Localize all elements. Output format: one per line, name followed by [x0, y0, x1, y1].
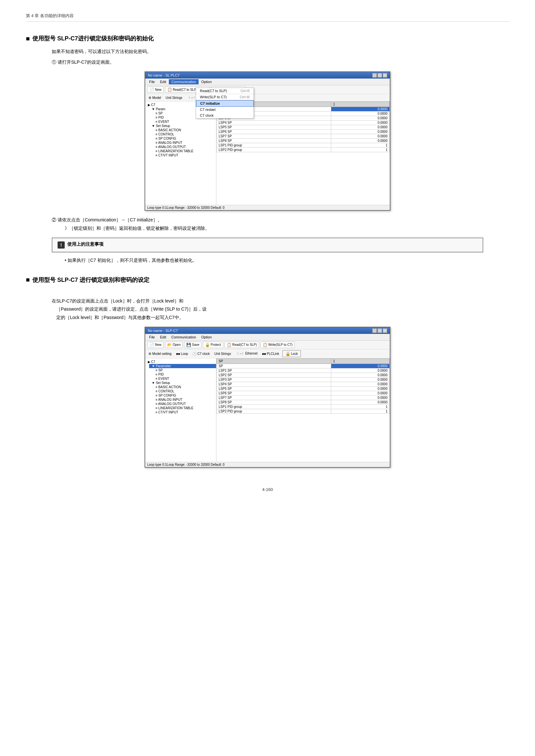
row-value: 0.0000	[331, 400, 390, 404]
dropdown-item-c7restart[interactable]: C7 restart	[196, 107, 254, 113]
row-value: 0.0000	[331, 377, 390, 382]
row-label: LSP2 PID group	[217, 148, 331, 152]
menu-communication-2[interactable]: Communication	[169, 335, 199, 340]
table-row: LSP5 SP 0.0000	[217, 125, 390, 130]
dropdown-item-c7init[interactable]: C7 initialize	[196, 100, 254, 107]
toolbar-read-2[interactable]: 📋 Read(C7 to SLP)	[224, 342, 259, 348]
protect-icon: 🔒	[205, 343, 210, 347]
row-value: 1	[331, 404, 390, 409]
toolbar2-modelsetting[interactable]: ⚙ Model setting	[147, 352, 173, 356]
menu-edit-2[interactable]: Edit	[157, 335, 169, 340]
sw-screenshot-2: No name - SLP-C7 _ □ ✕ File Edit Communi…	[145, 327, 390, 468]
tree-set-setup1[interactable]: ▼ Set Setup	[149, 124, 216, 128]
dropdown-item-read[interactable]: Read(C7 to SLP) Ctrl+R	[196, 88, 254, 94]
tree-parameter[interactable]: ▼ Parameter	[149, 364, 216, 368]
tree-analog-input2[interactable]: ≡ ANALOG INPUT	[153, 397, 216, 402]
toolbar2-unitstrings[interactable]: Unit Strings	[164, 96, 184, 100]
row-value: 0.0000	[331, 125, 390, 130]
sw-titlebar-2: No name - SLP-C7 _ □ ✕	[145, 327, 390, 334]
sw-maximize-btn[interactable]: □	[378, 73, 382, 78]
sw-minimize-btn[interactable]: _	[372, 73, 377, 78]
menu-file-2[interactable]: File	[147, 335, 157, 340]
toolbar-write-2[interactable]: 📋 Write(SLP to C7)	[260, 342, 295, 348]
sw-close-btn[interactable]: ✕	[383, 73, 387, 78]
tree-pid2[interactable]: ≡ PID	[153, 372, 216, 377]
sw-content-2: SP 1 SP 0.0000 LSP1 SP 0.0000 LSP2 SP	[216, 359, 390, 462]
tree-basic-action2[interactable]: ≡ BASIC ACTION	[153, 385, 216, 389]
caution-box: ! 使用上的注意事项	[52, 237, 483, 253]
sw-main-1: ▶ C7 ▼ Param ≡ SP ≡ PID ≡ EVENT ▼ Set Se…	[145, 101, 390, 205]
table-row: LSP2 PID group 1	[217, 148, 390, 152]
tree-sp-config1[interactable]: ≡ SP CONFIG	[153, 136, 216, 141]
row-label: LSP1 PID group	[217, 404, 331, 409]
menu-file-1[interactable]: File	[147, 79, 157, 84]
tree-sp2[interactable]: ≡ SP	[153, 368, 216, 372]
table-row: LSP8 SP 0.0000	[217, 139, 390, 143]
row-label: LSP8 SP	[217, 400, 331, 404]
sw-title-2: No name - SLP-C7	[148, 329, 178, 333]
sw-minimize-btn-2[interactable]: _	[372, 328, 377, 333]
row-label: LSP2 PID group	[217, 409, 331, 413]
tree-basic-action1[interactable]: ≡ BASIC ACTION	[153, 128, 216, 132]
section1-step2: ② 请依次点击［Communication］→［C7 initialize］。	[52, 216, 509, 224]
menu-communication-1[interactable]: Communication	[169, 79, 199, 84]
menu-option-1[interactable]: Option	[199, 79, 214, 84]
sw-statusbar-1: Loop type 0:1Loop Range: -32000 to 32000…	[145, 205, 390, 210]
read-icon: 📋	[167, 87, 172, 92]
toolbar2-c7clock[interactable]: 🕐 C7 clock	[191, 352, 211, 356]
dropdown-item-write[interactable]: Write(SLP to C7) Ctrl+W	[196, 94, 254, 100]
tree-analog-output2[interactable]: ≡ ANALOG OUTPUT	[153, 402, 216, 406]
tree-lin-table1[interactable]: ≡ LINEARIZATION TABLE	[153, 149, 216, 153]
tree-sp-config2[interactable]: ≡ SP CONFIG	[153, 393, 216, 397]
table-row: LSP2 PID group 1	[217, 409, 390, 413]
toolbar-protect-2[interactable]: 🔒 Protect	[203, 342, 223, 348]
toolbar-save-2[interactable]: 💾 Save	[184, 342, 202, 348]
sw-data-table-2: SP 1 SP 0.0000 LSP1 SP 0.0000 LSP2 SP	[216, 359, 390, 414]
tree-set-setup2[interactable]: ▼ Set Setup	[149, 381, 216, 385]
sw-main-2: ▶ C7 ▼ Parameter ≡ SP ≡ PID ≡ EVENT ▼ Se…	[145, 359, 390, 462]
sw-titlebar-buttons-2: _ □ ✕	[372, 328, 387, 333]
toolbar-new-1[interactable]: 📄 New	[147, 86, 164, 93]
tree-event2[interactable]: ≡ EVENT	[153, 377, 216, 381]
table-row: LSP7 SP 0.0000	[217, 134, 390, 139]
tree-control1[interactable]: ≡ CONTROL	[153, 132, 216, 136]
menu-option-2[interactable]: Option	[199, 335, 214, 340]
row-value: 0.0000	[331, 368, 390, 373]
sw-close-btn-2[interactable]: ✕	[383, 328, 387, 333]
row-value: 0.0000	[331, 112, 390, 116]
toolbar-new-2[interactable]: 📄 New	[147, 342, 164, 348]
tree-event1[interactable]: ≡ EVENT	[153, 120, 216, 124]
row-label: LSP6 SP	[217, 391, 331, 395]
tree-analog-input1[interactable]: ≡ ANALOG INPUT	[153, 141, 216, 145]
row-label: LSP2 SP	[217, 373, 331, 377]
sw-tree-2: ▶ C7 ▼ Parameter ≡ SP ≡ PID ≡ EVENT ▼ Se…	[145, 359, 216, 462]
row-value: 0.0000	[331, 373, 390, 377]
tree-lin-table2[interactable]: ≡ LINEARIZATION TABLE	[153, 406, 216, 410]
toolbar-open-2[interactable]: 📂 Open	[165, 342, 183, 348]
row-label: LSP1 PID group	[217, 143, 331, 148]
dropdown-item-c7clock[interactable]: C7 clock	[196, 113, 254, 118]
row-value: 0.0000	[331, 107, 390, 112]
tree-ct-vt1[interactable]: ≡ CT/VT INPUT	[153, 153, 216, 157]
toolbar2-plclink2[interactable]: ■■ PLCLink	[261, 352, 280, 356]
tree-control2[interactable]: ≡ CONTROL	[153, 389, 216, 393]
toolbar2-model[interactable]: ⚙ Model	[147, 96, 162, 100]
tree-c7-2[interactable]: ▶ C7	[145, 360, 216, 364]
col-header-12: 1	[331, 359, 390, 364]
tree-ct-vt2[interactable]: ≡ CT/VT INPUT	[153, 410, 216, 414]
table-row: LSP5 SP 0.0000	[217, 386, 390, 391]
toolbar2-lock[interactable]: 🔒 Lock	[282, 350, 301, 357]
toolbar2-ethernet2[interactable]: 〈→〉Ethernet	[234, 351, 259, 356]
toolbar2-loop[interactable]: ■■ Loop	[175, 352, 189, 356]
table-row: LSP8 SP 0.0000	[217, 400, 390, 404]
tree-analog-output1[interactable]: ≡ ANALOG OUTPUT	[153, 145, 216, 149]
toolbar2-unitstrings2[interactable]: Unit Strings	[213, 352, 233, 356]
sw-title-1: No name - SL PLC7	[148, 73, 180, 77]
new-icon: 📄	[150, 87, 154, 92]
table-row: LSP4 SP 0.0000	[217, 121, 390, 125]
section1-body1: 如果不知道密码，可以通过以下方法初始化密码。	[52, 47, 509, 56]
menu-edit-1[interactable]: Edit	[157, 79, 169, 84]
sw-maximize-btn-2[interactable]: □	[378, 328, 382, 333]
row-label: LSP8 SP	[217, 139, 331, 143]
page-number: 4-160	[262, 487, 273, 492]
